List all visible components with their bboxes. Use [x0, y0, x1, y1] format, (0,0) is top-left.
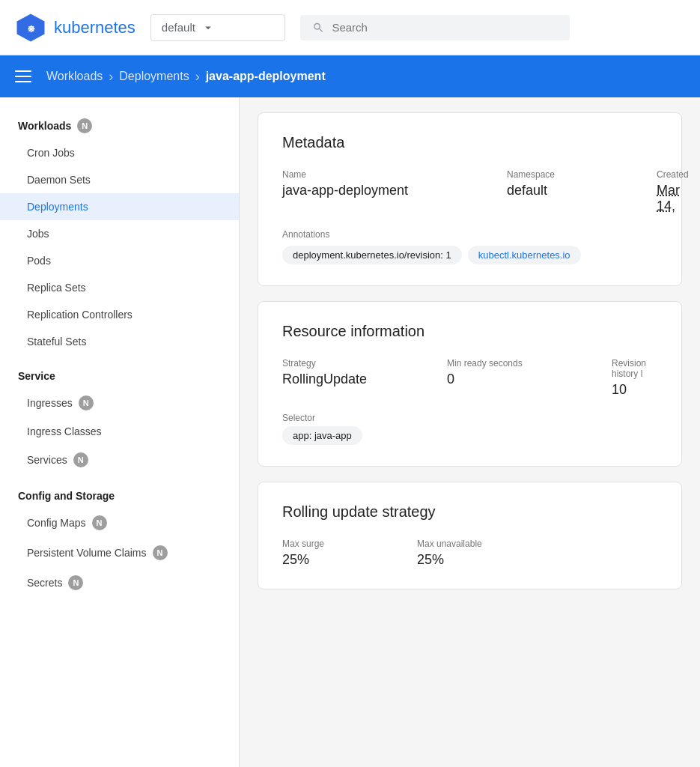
sidebar-item-label: Cron Jobs [27, 147, 75, 159]
created-label: Created [657, 169, 689, 180]
sidebar-config-label: Config and Storage [18, 490, 115, 502]
topbar: ⎈ kubernetes default [0, 0, 700, 55]
breadcrumb-deployments[interactable]: Deployments [119, 70, 189, 83]
sidebar-item-ingress-classes[interactable]: Ingress Classes [0, 418, 239, 445]
pvc-badge: N [153, 545, 168, 560]
created-value: Mar 14, [657, 183, 689, 214]
search-bar [300, 15, 570, 40]
name-value: java-app-deployment [282, 183, 492, 198]
ingresses-badge: N [79, 395, 94, 410]
search-input[interactable] [332, 21, 557, 34]
annotations-row: Annotations deployment.kubernetes.io/rev… [282, 229, 657, 264]
rolling-grid: Max surge 25% Max unavailable 25% [282, 539, 657, 568]
selector-field: Selector app: java-app [282, 413, 657, 445]
sidebar: Workloads N Cron Jobs Daemon Sets Deploy… [0, 97, 240, 767]
breadcrumb-sep-1: › [109, 69, 113, 85]
sidebar-item-pods[interactable]: Pods [0, 247, 239, 274]
app-title: kubernetes [54, 18, 136, 37]
sidebar-item-label: Config Maps [27, 517, 86, 529]
sidebar-workloads-badge: N [77, 118, 92, 133]
sidebar-item-jobs[interactable]: Jobs [0, 220, 239, 247]
hamburger-menu[interactable] [15, 70, 31, 82]
min-ready-label: Min ready seconds [447, 358, 597, 369]
sidebar-item-ingresses[interactable]: Ingresses N [0, 388, 239, 418]
search-icon [312, 21, 325, 34]
revision-value: 10 [612, 382, 657, 398]
sidebar-item-services[interactable]: Services N [0, 445, 239, 475]
resource-card-title: Resource information [282, 323, 657, 340]
secrets-badge: N [68, 575, 83, 590]
sidebar-item-stateful-sets[interactable]: Stateful Sets [0, 328, 239, 355]
sidebar-item-replication-controllers[interactable]: Replication Controllers [0, 301, 239, 328]
main-content: Metadata Name java-app-deployment Namesp… [240, 97, 700, 767]
annotation-tag-0: deployment.kubernetes.io/revision: 1 [282, 246, 462, 264]
revision-history-field: Revision history l 10 [612, 358, 657, 398]
sidebar-item-label: Replication Controllers [27, 309, 133, 321]
breadcrumb-current: java-app-deployment [206, 70, 326, 83]
sidebar-item-label: Ingress Classes [27, 425, 102, 437]
selector-label: Selector [282, 413, 657, 423]
sidebar-item-label: Services [27, 454, 67, 466]
sidebar-section-service: Service [0, 361, 239, 388]
sidebar-item-daemon-sets[interactable]: Daemon Sets [0, 166, 239, 193]
sidebar-item-cron-jobs[interactable]: Cron Jobs [0, 139, 239, 166]
sidebar-section-config: Config and Storage [0, 481, 239, 508]
namespace-selector[interactable]: default [150, 14, 285, 41]
max-unavailable-label: Max unavailable [417, 539, 567, 549]
rolling-card-title: Rolling update strategy [282, 503, 657, 521]
chevron-down-icon [201, 21, 215, 34]
resource-grid: Strategy RollingUpdate Min ready seconds… [282, 358, 657, 398]
sidebar-service-label: Service [18, 370, 55, 382]
svg-text:⎈: ⎈ [28, 21, 35, 34]
annotation-tag-1[interactable]: kubectl.kubernetes.io [468, 246, 581, 264]
hamburger-line [15, 76, 31, 77]
hamburger-line [15, 70, 31, 72]
metadata-card: Metadata Name java-app-deployment Namesp… [258, 112, 682, 286]
namespace-label: Namespace [507, 169, 642, 180]
sidebar-item-replica-sets[interactable]: Replica Sets [0, 274, 239, 301]
sidebar-item-label: Ingresses [27, 397, 73, 409]
sidebar-item-label: Secrets [27, 577, 62, 589]
strategy-field: Strategy RollingUpdate [282, 358, 432, 398]
sidebar-item-deployments[interactable]: Deployments [0, 193, 239, 220]
sidebar-item-label: Jobs [27, 228, 49, 240]
namespace-value: default [507, 183, 642, 198]
max-surge-label: Max surge [282, 539, 402, 549]
sidebar-item-secrets[interactable]: Secrets N [0, 568, 239, 598]
sidebar-item-label: Persistent Volume Claims [27, 547, 147, 559]
resource-info-card: Resource information Strategy RollingUpd… [258, 301, 682, 467]
logo-area: ⎈ kubernetes [15, 12, 136, 43]
max-surge-field: Max surge 25% [282, 539, 402, 568]
min-ready-value: 0 [447, 372, 597, 387]
sidebar-item-label: Stateful Sets [27, 336, 86, 348]
annotations-tags: deployment.kubernetes.io/revision: 1 kub… [282, 246, 657, 264]
breadcrumb-bar: Workloads › Deployments › java-app-deplo… [0, 55, 700, 97]
sidebar-section-workloads: Workloads N [0, 109, 239, 139]
name-label: Name [282, 169, 492, 180]
strategy-value: RollingUpdate [282, 372, 432, 387]
strategy-label: Strategy [282, 358, 432, 369]
rolling-card: Rolling update strategy Max surge 25% Ma… [258, 482, 682, 589]
metadata-name-field: Name java-app-deployment [282, 169, 492, 214]
kubernetes-logo-icon: ⎈ [15, 12, 46, 43]
sidebar-item-label: Daemon Sets [27, 174, 91, 186]
namespace-value: default [162, 21, 195, 34]
metadata-namespace-field: Namespace default [507, 169, 642, 214]
sidebar-item-pvc[interactable]: Persistent Volume Claims N [0, 538, 239, 568]
sidebar-item-label: Replica Sets [27, 282, 86, 294]
breadcrumb-sep-2: › [195, 69, 200, 85]
max-unavailable-field: Max unavailable 25% [417, 539, 567, 568]
main-layout: Workloads N Cron Jobs Daemon Sets Deploy… [0, 97, 700, 767]
breadcrumb-workloads[interactable]: Workloads [46, 70, 103, 83]
services-badge: N [73, 452, 88, 467]
selector-value: app: java-app [282, 426, 362, 445]
sidebar-item-label: Pods [27, 255, 51, 267]
config-maps-badge: N [92, 515, 107, 530]
max-unavailable-value: 25% [417, 552, 567, 568]
sidebar-item-config-maps[interactable]: Config Maps N [0, 508, 239, 538]
metadata-created-field: Created Mar 14, [657, 169, 689, 214]
min-ready-field: Min ready seconds 0 [447, 358, 597, 398]
metadata-card-title: Metadata [282, 134, 657, 151]
sidebar-workloads-label: Workloads [18, 120, 71, 132]
revision-label: Revision history l [612, 358, 657, 379]
